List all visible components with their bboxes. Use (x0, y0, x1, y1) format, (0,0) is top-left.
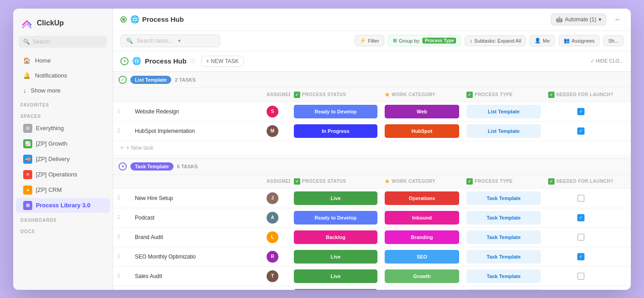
status-cell[interactable]: Ready to Develop (290, 208, 381, 227)
drag-handle: ⠿ (113, 192, 131, 204)
type-cell[interactable]: List Template (463, 102, 545, 121)
drag-handle: ⠿ (113, 270, 131, 282)
subtasks-label: Subtasks: Expand All (474, 38, 521, 44)
sidebar-item-home[interactable]: 🏠 Home (16, 54, 110, 68)
category-cell[interactable]: Operations (381, 189, 463, 208)
list-task-row-2[interactable]: ⠿ HubSpot Implementation M In Progress H… (113, 122, 631, 141)
list-task-row-1[interactable]: ⠿ Website Redesign S Ready to Develop We… (113, 102, 631, 122)
avatar: A (267, 212, 278, 224)
type-cell[interactable]: Task Template (463, 247, 545, 266)
filter-button[interactable]: ⚡ Filter (355, 35, 384, 46)
search-input-wrap[interactable]: 🔍 Search tasks... ▾ (120, 34, 220, 47)
sidebar-item-operations[interactable]: ✕ [ZP] Operations (16, 167, 110, 182)
checkbox-empty (577, 234, 585, 241)
group-by-button[interactable]: ⊞ Group by: Process Type (388, 35, 461, 46)
status-cell[interactable]: In Progress (290, 122, 381, 141)
category-cell[interactable]: Growth (381, 267, 463, 286)
hide-closed-button[interactable]: ✓ HIDE CLO... (590, 58, 624, 64)
sidebar-item-growth[interactable]: 📈 [ZP] Growth (16, 137, 110, 151)
topbar-collapse-button[interactable]: ↔ (611, 13, 624, 26)
me-button[interactable]: 👤 Me (530, 35, 555, 46)
category-cell[interactable]: Branding (381, 228, 463, 247)
drag-handle: ⠿ (113, 231, 131, 243)
task-row-1[interactable]: ⠿ New Hire Setup J Live Operations Task … (113, 189, 631, 208)
type-cell[interactable]: Task Template (463, 208, 545, 227)
me-label: Me (543, 38, 550, 44)
sidebar-search-placeholder: Search (33, 39, 50, 45)
task-row-5[interactable]: ⠿ Sales Audit T Live Growth Task Templat… (113, 267, 631, 286)
content-area: ▾ 🌐 Process Hub ⓘ + NEW TASK ✓ HIDE CLO.… (113, 51, 631, 290)
task-row-4[interactable]: ⠿ SEO Monthly Optimizatio R Live SEO Tas… (113, 247, 631, 267)
assignee-cell: J (263, 190, 290, 207)
operations-label: [ZP] Operations (36, 171, 77, 178)
app-name: ClickUp (37, 19, 64, 27)
sidebar-item-notifications[interactable]: 🔔 Notifications (16, 68, 110, 83)
automate-button[interactable]: 🤖 Automate (1) ▾ (551, 14, 606, 25)
launch-checkbox-cell[interactable]: ✓ (545, 125, 617, 137)
category-cell[interactable]: SEO (381, 247, 463, 266)
type-cell[interactable]: Task Template (463, 228, 545, 247)
sidebar-item-show-more[interactable]: ↓ Show more (16, 83, 110, 98)
sidebar-item-delivery[interactable]: 🚚 [ZP] Delivery (16, 152, 110, 166)
type-cell[interactable]: Task Template (463, 286, 545, 290)
assignees-button[interactable]: 👥 Assignees (559, 35, 600, 46)
sidebar-item-everything[interactable]: ⊞ Everything (16, 121, 110, 136)
task-template-section: ▾ Task Template 6 TASKS ASSIGNEE ✓ PROCE… (113, 158, 631, 290)
col-header-drag (113, 176, 131, 186)
process-library-icon: ⊞ (23, 201, 32, 210)
launch-checkbox-cell[interactable] (545, 192, 617, 205)
search-bar-icon: 🔍 (126, 38, 133, 44)
status-cell[interactable]: Ready to Develop (290, 102, 381, 121)
new-task-button[interactable]: + NEW TASK (201, 56, 244, 67)
launch-checkbox-cell[interactable] (545, 231, 617, 244)
group-by-label: Group by: (399, 38, 421, 44)
launch-checkbox-cell[interactable]: ✓ (545, 250, 617, 263)
status-cell[interactable]: Live (290, 247, 381, 266)
type-cell[interactable]: Task Template (463, 189, 545, 208)
list-section-toggle[interactable]: ✓ (119, 76, 127, 84)
col-header-needed: ✓ NEEDED FOR LAUNCH? (545, 176, 617, 186)
more-cell (617, 254, 631, 259)
task-row-3[interactable]: ⠿ Brand Audit L Backlog Branding Task Te… (113, 228, 631, 247)
category-cell[interactable]: HubSpot (381, 122, 463, 141)
type-cell[interactable]: List Template (463, 122, 545, 141)
type-chip: Task Template (466, 289, 541, 290)
task-row-6[interactable]: ⠿ Reporting Dashboard M Approved – (113, 286, 631, 290)
launch-checkbox-cell[interactable] (545, 289, 617, 290)
drag-handle: ⠿ (113, 212, 131, 224)
task-name: Sales Audit (135, 273, 162, 279)
category-cell[interactable]: – (381, 286, 463, 290)
sidebar-item-crm[interactable]: ● [ZP] CRM (16, 183, 110, 197)
col-header-assignee: ASSIGNEE (263, 176, 290, 186)
launch-checkbox-cell[interactable]: ✓ (545, 211, 617, 224)
category-cell[interactable]: Web (381, 102, 463, 121)
category-cell[interactable]: Inbound (381, 208, 463, 227)
page-header-toggle[interactable]: ▾ (120, 57, 129, 65)
avatar: M (267, 125, 278, 137)
sidebar-search[interactable]: 🔍 Search (19, 36, 107, 48)
dashboards-section-label: DASHBOARDS (13, 213, 113, 225)
task-section-toggle[interactable]: ▾ (119, 162, 127, 171)
status-cell[interactable]: Live (290, 189, 381, 208)
sidebar-item-process-library[interactable]: ⊞ Process Library 3.0 (16, 198, 110, 213)
launch-checkbox-cell[interactable] (545, 270, 617, 283)
task-row-2[interactable]: ⠿ Podcast A Ready to Develop Inbound Tas… (113, 208, 631, 228)
status-cell[interactable]: Approved (290, 286, 381, 290)
launch-checkbox-cell[interactable]: ✓ (545, 105, 617, 118)
type-cell[interactable]: Task Template (463, 267, 545, 286)
col-header-process-type: ✓ PROCESS TYPE (463, 90, 545, 100)
topbar-left: 🌐 Process Hub (120, 15, 184, 24)
assignee-cell: M (263, 122, 290, 140)
subtasks-button[interactable]: ↕ Subtasks: Expand All (465, 35, 526, 46)
check-icon-2: ✓ (466, 178, 473, 185)
list-new-task-row[interactable]: + + New task (113, 141, 631, 155)
status-cell[interactable]: Live (290, 267, 381, 286)
status-chip: Live (294, 269, 377, 283)
assignee-cell: T (263, 268, 290, 285)
task-name-cell: Website Redesign (131, 106, 263, 117)
task-name: New Hire Setup (135, 195, 173, 201)
status-cell[interactable]: Backlog (290, 228, 381, 247)
col-header-work-category: ★ WORK CATEGORY (381, 176, 463, 186)
more-cell (617, 234, 631, 240)
share-button[interactable]: Sh... (603, 35, 624, 46)
